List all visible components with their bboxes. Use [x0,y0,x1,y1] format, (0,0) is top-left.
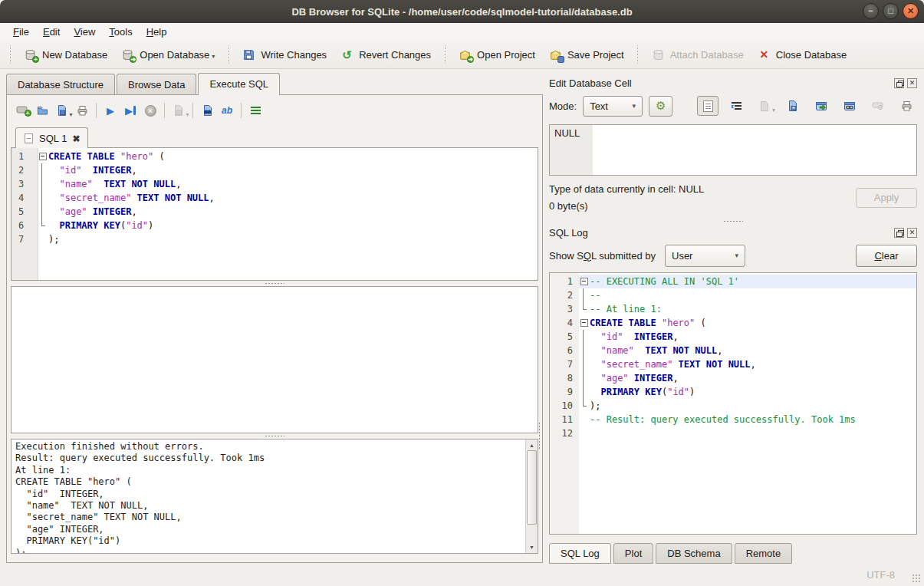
find-replace-button[interactable]: ab [217,100,237,120]
toolbar-separator [227,45,230,64]
open-project-button[interactable]: ➜ Open Project [452,44,542,65]
left-panel: Database Structure Browse Data Execute S… [0,69,543,564]
code-line: 3-- At line 1: [550,302,916,316]
cell-info-row: Type of data currently in cell: NULL 0 b… [549,183,917,217]
dock-close-icon[interactable]: ✕ [907,228,917,238]
save-results-button: ▾ [169,100,189,120]
code-line: 6 "name" TEXT NOT NULL, [550,344,916,357]
open-external-button[interactable] [811,96,832,116]
minimize-button[interactable]: − [863,3,879,19]
dock-splitter-handle[interactable] [549,217,917,225]
sql-tab-close-icon[interactable]: ✖ [72,133,80,144]
copy-link-button[interactable] [839,96,860,116]
resize-grip-icon[interactable] [912,574,921,583]
submitted-by-select[interactable]: User ▾ [665,245,745,267]
save-project-button[interactable]: Save Project [542,44,631,65]
sql-editor[interactable]: 1CREATE TABLE "hero" (2 "id" INTEGER,3 "… [11,147,538,281]
new-database-button[interactable]: + New Database [17,44,114,65]
open-external-icon [815,100,827,112]
close-database-button[interactable]: ✕ Close Database [751,44,854,65]
close-button[interactable]: ✕ [903,3,919,19]
close-database-icon: ✕ [758,48,771,61]
revert-changes-button[interactable]: ↺ Revert Changes [334,44,438,65]
print-cell-button[interactable] [896,96,917,116]
menu-file[interactable]: File [6,25,36,39]
find-button[interactable] [197,100,217,120]
tab-sql-log[interactable]: SQL Log [549,543,611,564]
toolbar-separator [636,45,640,64]
open-project-icon: ➜ [459,48,472,61]
text-view-toggle-button[interactable] [697,96,718,116]
open-sql-file-icon [36,104,49,117]
window-controls: − □ ✕ [863,3,919,19]
sql-tab-label: SQL 1 [39,133,67,144]
splitter-handle[interactable] [11,281,538,286]
main-toolbar: + New Database ➜ Open Database ▾ Write C… [0,41,924,69]
cell-type-info: Type of data currently in cell: NULL [549,183,856,195]
results-pane[interactable] [11,286,538,433]
right-dock-area: Edit Database Cell ✕ Mode: Text ▾ ⚙ ▾ [543,69,924,564]
vertical-splitter-handle[interactable] [538,422,541,449]
scroll-down-icon[interactable]: ▼ [527,542,537,552]
sql-toolbar-separator [241,103,242,118]
maximize-button[interactable]: □ [883,3,899,19]
execution-log-text[interactable]: Execution finished without errors. Resul… [12,440,525,553]
main-area: Database Structure Browse Data Execute S… [0,69,924,564]
dock-float-icon[interactable] [894,78,904,88]
export-icon [787,100,799,112]
sql-log-view[interactable]: 1-- EXECUTING ALL IN 'SQL 1'2--3-- At li… [549,272,917,535]
tab-browse-data[interactable]: Browse Data [117,74,196,94]
export-cell-button[interactable] [782,96,804,116]
write-changes-button[interactable]: Write Changes [235,44,334,65]
sql-log-dock-header: SQL Log ✕ [549,225,917,240]
sql-toolbar-separator [164,103,165,118]
mode-select[interactable]: Text ▾ [583,96,643,117]
code-line: 1-- EXECUTING ALL IN 'SQL 1' [550,275,916,288]
code-line: 3 "name" TEXT NOT NULL, [12,177,538,191]
open-database-button[interactable]: ➜ Open Database ▾ [114,44,222,65]
open-sql-file-button[interactable] [32,100,52,120]
word-wrap-button[interactable] [725,96,747,116]
dock-float-icon[interactable] [894,228,904,238]
scroll-up-icon[interactable]: ▲ [527,440,537,450]
sql-editor-tab[interactable]: SQL 1 ✖ [15,127,88,148]
splitter-handle[interactable] [11,433,538,439]
execution-log-scrollbar[interactable]: ▲ ▼ [525,440,538,553]
new-sql-tab-button[interactable]: + [12,100,32,120]
auto-apply-button[interactable]: ⚙ [649,96,672,117]
save-sql-file-button[interactable]: ▾ [52,100,72,120]
menu-view[interactable]: View [67,25,102,39]
chevron-down-icon: ▾ [724,252,738,259]
word-wrap-icon [731,101,742,110]
cell-value-editor[interactable]: NULL [549,124,917,176]
find-replace-icon: ab [222,105,232,116]
execute-current-line-button[interactable]: ▶ [120,100,140,120]
attach-database-icon [652,48,665,61]
dock-close-icon[interactable]: ✕ [907,78,917,88]
print-sql-button[interactable] [72,100,92,120]
format-sql-button[interactable] [245,100,265,120]
print-icon [900,100,913,112]
tab-execute-sql[interactable]: Execute SQL [198,73,280,95]
encoding-indicator: UTF-8 [866,569,895,581]
code-line: 2 "id" INTEGER, [12,163,538,177]
code-line: 7); [12,232,538,246]
scrollbar-thumb[interactable] [527,450,537,525]
tab-plot[interactable]: Plot [613,543,653,564]
mode-label: Mode: [549,100,577,112]
tab-remote[interactable]: Remote [735,543,793,564]
code-line: 5 "age" INTEGER, [12,205,538,219]
menu-edit[interactable]: Edit [36,25,67,39]
tab-db-schema[interactable]: DB Schema [656,543,732,564]
sql-toolbar-separator [192,103,193,118]
clear-log-button[interactable]: Clear [856,245,917,267]
code-line: 8 "age" INTEGER, [550,371,916,385]
code-line: 10); [550,399,916,413]
tab-database-structure[interactable]: Database Structure [6,74,115,94]
menu-tools[interactable]: Tools [102,25,139,39]
edit-cell-dock-header: Edit Database Cell ✕ [549,75,917,91]
menu-help[interactable]: Help [140,25,174,39]
execute-all-button[interactable]: ▶ [100,100,120,120]
open-database-menu-caret[interactable]: ▾ [212,53,215,60]
close-icon: ✕ [907,6,914,15]
